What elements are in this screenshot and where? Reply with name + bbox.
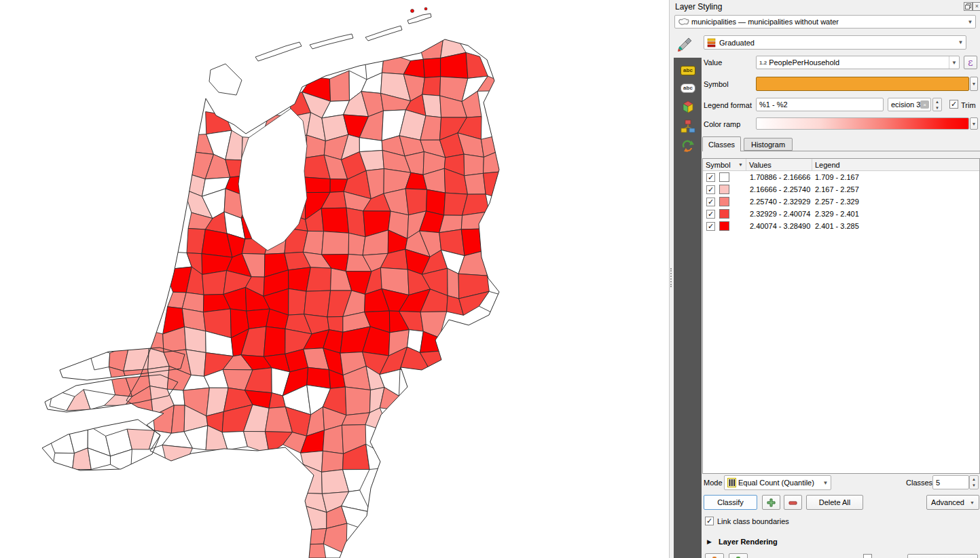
municipality-polygon[interactable] xyxy=(322,231,349,255)
class-legend-cell[interactable]: 2.257 - 2.329 xyxy=(812,198,979,206)
municipality-polygon[interactable] xyxy=(46,429,75,453)
class-values-cell[interactable]: 2.32929 - 2.40074 xyxy=(746,210,812,218)
class-row[interactable]: ✓2.32929 - 2.400742.329 - 2.401 xyxy=(703,208,979,220)
symbol-options-dropdown[interactable]: ▼ xyxy=(970,77,978,91)
municipality-polygon[interactable] xyxy=(366,444,388,469)
add-class-button[interactable] xyxy=(762,495,780,510)
history-tab[interactable] xyxy=(680,138,696,153)
municipality-polygon[interactable] xyxy=(418,32,444,60)
class-row[interactable]: ✓2.40074 - 3.284902.401 - 3.285 xyxy=(703,220,979,232)
color-ramp-dropdown[interactable]: ▼ xyxy=(970,117,978,130)
remove-class-button[interactable] xyxy=(784,495,802,510)
municipality-polygon[interactable] xyxy=(461,229,488,256)
advanced-button[interactable]: Advanced ▼ xyxy=(926,495,979,510)
class-row[interactable]: ✓2.25740 - 2.329292.257 - 2.329 xyxy=(703,196,979,208)
undo-button[interactable] xyxy=(705,553,724,558)
column-header-legend[interactable]: Legend xyxy=(812,159,979,170)
tab-classes[interactable]: Classes xyxy=(702,136,741,151)
municipality-polygon[interactable] xyxy=(423,58,440,78)
municipality-polygon[interactable] xyxy=(52,453,75,473)
trim-checkbox[interactable]: ✓ xyxy=(949,100,958,109)
value-field-combo[interactable]: 1.2 PeoplePerHousehold ▼ xyxy=(756,56,960,69)
municipality-polygon[interactable] xyxy=(466,52,488,78)
class-values-cell[interactable]: 1.70886 - 2.16666 xyxy=(746,173,812,181)
link-class-boundaries-checkbox[interactable]: ✓ xyxy=(705,517,714,525)
class-color-swatch[interactable] xyxy=(719,209,729,219)
3d-view-tab[interactable] xyxy=(680,100,696,115)
municipality-polygon[interactable] xyxy=(264,327,285,356)
municipality-polygon[interactable] xyxy=(301,544,328,558)
class-legend-cell[interactable]: 2.167 - 2.257 xyxy=(812,185,979,193)
wadden-island[interactable] xyxy=(209,64,242,95)
panel-splitter[interactable] xyxy=(670,268,672,287)
municipality-polygon[interactable] xyxy=(484,171,509,199)
apply-button[interactable] xyxy=(907,554,978,558)
layer-selector[interactable]: municipalities — municipalities without … xyxy=(674,15,976,29)
municipality-polygon[interactable] xyxy=(345,387,370,415)
municipality-polygon[interactable] xyxy=(464,154,484,176)
classes-spin-arrows[interactable]: ▲▼ xyxy=(969,475,979,489)
wadden-island[interactable] xyxy=(310,34,353,49)
municipality-polygon[interactable] xyxy=(427,189,446,215)
tab-histogram[interactable]: Histogram xyxy=(744,138,793,151)
municipality-polygon[interactable] xyxy=(289,289,306,315)
legend-format-input[interactable] xyxy=(756,98,884,111)
class-values-cell[interactable]: 2.25740 - 2.32929 xyxy=(746,198,812,206)
wadden-island[interactable] xyxy=(407,14,431,24)
class-visibility-checkbox[interactable]: ✓ xyxy=(706,222,715,231)
column-header-symbol[interactable]: Symbol ▼ xyxy=(703,159,746,170)
labels-tab[interactable]: abc xyxy=(680,63,696,78)
close-icon[interactable]: × xyxy=(973,2,980,11)
wadden-island[interactable] xyxy=(365,26,402,41)
layer-rendering-header[interactable]: Layer Rendering xyxy=(719,538,778,546)
class-legend-cell[interactable]: 2.401 - 3.285 xyxy=(812,222,979,230)
municipality-polygon[interactable] xyxy=(465,173,486,194)
symbol-preview-button[interactable] xyxy=(756,77,969,91)
municipality-polygon[interactable] xyxy=(329,71,349,101)
municipality-polygon[interactable] xyxy=(171,405,185,433)
precision-spinbox[interactable]: ecision 3 × xyxy=(888,98,931,111)
class-color-swatch[interactable] xyxy=(719,197,729,206)
municipality-polygon[interactable] xyxy=(448,268,459,299)
redo-button[interactable] xyxy=(729,553,748,558)
municipality-polygon[interactable] xyxy=(306,267,331,291)
municipality-polygon[interactable] xyxy=(324,523,347,555)
undock-icon[interactable] xyxy=(964,2,973,11)
municipality-polygon[interactable] xyxy=(185,327,206,353)
precision-spin-arrows[interactable]: ▲▼ xyxy=(932,98,942,111)
renderer-selector[interactable]: Graduated ▼ xyxy=(704,35,966,50)
collapse-arrow-icon[interactable]: ▶ xyxy=(707,538,712,545)
netherlands-choropleth[interactable] xyxy=(0,0,669,558)
color-ramp-button[interactable] xyxy=(756,117,969,130)
class-legend-cell[interactable]: 2.329 - 2.401 xyxy=(812,210,979,218)
classes-spinbox[interactable]: 5 xyxy=(932,475,969,489)
class-legend-cell[interactable]: 1.709 - 2.167 xyxy=(812,173,979,181)
municipality-polygon[interactable] xyxy=(202,271,227,295)
municipality-polygon[interactable] xyxy=(405,189,427,215)
class-visibility-checkbox[interactable]: ✓ xyxy=(706,210,715,219)
class-values-cell[interactable]: 2.40074 - 3.28490 xyxy=(746,222,812,230)
municipality-polygon[interactable] xyxy=(321,208,348,233)
masks-tab[interactable]: abc xyxy=(680,81,696,96)
class-visibility-checkbox[interactable]: ✓ xyxy=(706,185,715,194)
diagrams-tab[interactable] xyxy=(680,119,696,134)
class-color-swatch[interactable] xyxy=(719,172,729,182)
class-values-cell[interactable]: 2.16666 - 2.25740 xyxy=(746,185,812,193)
municipality-polygon[interactable] xyxy=(148,366,170,389)
map-canvas[interactable] xyxy=(0,0,669,558)
municipality-polygon[interactable] xyxy=(346,208,365,237)
municipality-polygon[interactable] xyxy=(322,451,344,472)
expression-builder-button[interactable]: ε xyxy=(964,56,977,69)
class-row[interactable]: ✓2.16666 - 2.257402.167 - 2.257 xyxy=(703,183,979,196)
delete-all-button[interactable]: Delete All xyxy=(806,495,863,510)
class-visibility-checkbox[interactable]: ✓ xyxy=(706,173,715,182)
municipality-polygon[interactable] xyxy=(304,291,331,317)
live-update-checkbox[interactable] xyxy=(863,554,872,558)
column-header-values[interactable]: Values xyxy=(746,159,812,170)
municipality-polygon[interactable] xyxy=(422,77,441,96)
mode-dropdown[interactable]: Equal Count (Quantile) ▼ xyxy=(724,475,831,490)
class-color-swatch[interactable] xyxy=(719,221,729,231)
class-row[interactable]: ✓1.70886 - 2.166661.709 - 2.167 xyxy=(703,171,979,183)
clear-icon[interactable]: × xyxy=(920,100,929,109)
class-color-swatch[interactable] xyxy=(719,185,729,194)
